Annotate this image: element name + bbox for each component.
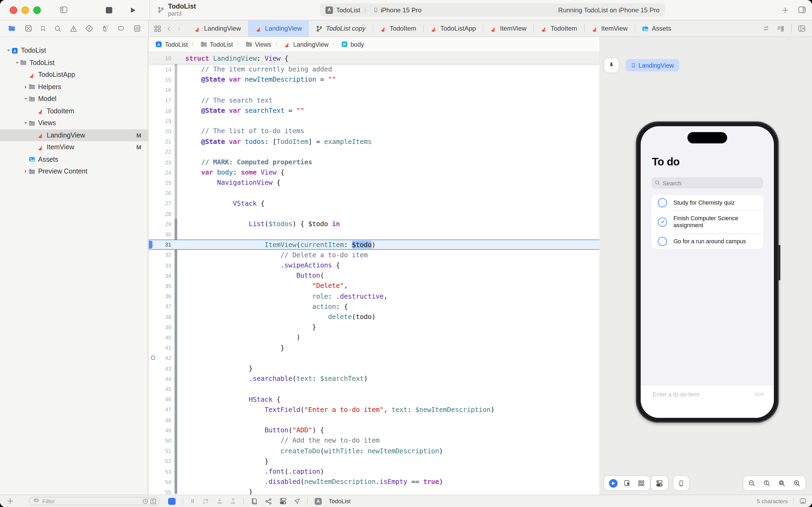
code-line-49[interactable]: 49 Button("ADD") { bbox=[149, 425, 599, 435]
code-line-38[interactable]: 38 delete(todo) bbox=[149, 312, 599, 322]
tab-landingview[interactable]: LandingView bbox=[187, 20, 248, 37]
sticky-declaration-line[interactable]: 10struct LandingView: View { bbox=[149, 52, 599, 64]
code-line-17[interactable]: 17 // The search text bbox=[149, 95, 599, 105]
simulate-location-icon[interactable] bbox=[294, 498, 300, 504]
variants-button[interactable] bbox=[637, 480, 645, 486]
sidebar-item-todolistapp[interactable]: TodoListApp bbox=[0, 69, 148, 81]
zoom-fit-icon[interactable] bbox=[778, 480, 786, 487]
step-into-icon[interactable] bbox=[217, 498, 223, 504]
sidebar-item-todolist[interactable]: A TodoList bbox=[0, 45, 148, 57]
code-line-45[interactable]: 45 bbox=[149, 384, 599, 394]
code-line-20[interactable]: 20 // The list of to-do items bbox=[149, 126, 599, 136]
zoom-out-icon[interactable] bbox=[748, 480, 756, 487]
code-line-16[interactable]: 16 bbox=[149, 84, 599, 95]
toggle-right-sidebar-icon[interactable] bbox=[798, 6, 807, 14]
code-line-23[interactable]: 23 // MARK: Computed properties bbox=[149, 157, 599, 167]
code-line-30[interactable]: 30 bbox=[149, 229, 599, 239]
code-line-36[interactable]: 36 role: .destructive, bbox=[149, 291, 599, 301]
code-line-40[interactable]: 40 ) bbox=[149, 332, 599, 342]
breadcrumb-todolist[interactable]: TodoList bbox=[200, 41, 233, 48]
code-line-19[interactable]: 19 bbox=[149, 115, 599, 126]
code-line-22[interactable]: 22 bbox=[149, 147, 599, 157]
sidebar-item-todolist[interactable]: TodoList bbox=[0, 57, 148, 69]
breadcrumb-landingview[interactable]: LandingView bbox=[284, 41, 329, 48]
environment-overrides-icon[interactable] bbox=[279, 497, 287, 505]
checked-circle-icon[interactable] bbox=[658, 217, 667, 226]
breakpoint-navigator-icon[interactable] bbox=[117, 25, 125, 32]
disclosure-closed-icon[interactable] bbox=[22, 85, 28, 89]
add-item-icon[interactable] bbox=[6, 497, 14, 505]
code-line-48[interactable]: 48 bbox=[149, 415, 599, 425]
todo-row[interactable]: Go for a run around campus bbox=[651, 234, 763, 249]
tab-assets[interactable]: Assets bbox=[635, 20, 678, 37]
filter-field[interactable]: Filter bbox=[29, 497, 160, 505]
sidebar-item-preview-content[interactable]: Preview Content bbox=[0, 165, 148, 177]
pause-icon[interactable] bbox=[190, 498, 195, 504]
code-line-35[interactable]: 35 "Delete", bbox=[149, 281, 599, 291]
running-app-label[interactable]: TodoList bbox=[329, 498, 351, 504]
tab-todolistapp[interactable]: TodoListApp bbox=[423, 20, 483, 37]
code-line-34[interactable]: 34 Button( bbox=[149, 270, 599, 280]
code-line-55[interactable]: 55 } bbox=[149, 487, 599, 495]
code-line-18[interactable]: 18 @State var searchText = "" bbox=[149, 105, 599, 115]
issue-navigator-icon[interactable] bbox=[69, 25, 77, 32]
editor-options-icon[interactable] bbox=[776, 25, 785, 32]
sidebar-item-helpers[interactable]: Helpers bbox=[0, 81, 148, 93]
disclosure-open-icon[interactable] bbox=[14, 61, 20, 65]
tab-todolist-copy[interactable]: TodoList copy bbox=[309, 20, 372, 37]
tab-todoitem[interactable]: TodoItem bbox=[372, 20, 423, 37]
tab-overview-icon[interactable] bbox=[154, 25, 161, 32]
todo-row[interactable]: Study for Chemisty quiz bbox=[651, 195, 763, 210]
disclosure-open-icon[interactable] bbox=[22, 121, 28, 125]
unchecked-circle-icon[interactable] bbox=[658, 237, 667, 246]
code-line-47[interactable]: 47 TextField("Enter a to-do item", text:… bbox=[149, 404, 599, 415]
related-items-icon[interactable] bbox=[762, 25, 770, 32]
add-editor-icon[interactable] bbox=[798, 25, 806, 32]
project-navigator-icon[interactable] bbox=[7, 25, 16, 32]
code-line-37[interactable]: 37 action: { bbox=[149, 301, 599, 312]
zoom-100-icon[interactable] bbox=[763, 480, 771, 487]
code-line-15[interactable]: 15 @State var newItemDescription = "" bbox=[149, 74, 599, 84]
code-line-14[interactable]: 14 // The item currently being added bbox=[149, 64, 599, 74]
minimize-window-button[interactable] bbox=[21, 6, 29, 14]
breakpoints-toggle-button[interactable] bbox=[168, 498, 176, 505]
add-tab-icon[interactable] bbox=[781, 6, 789, 14]
code-line-51[interactable]: 51 createToDo(withTitle: newItemDescript… bbox=[149, 446, 599, 456]
stop-button[interactable] bbox=[106, 7, 112, 13]
code-line-28[interactable]: 28 bbox=[149, 208, 599, 219]
sidebar-item-assets[interactable]: Assets bbox=[0, 153, 148, 165]
code-line-50[interactable]: 50 // Add the new to-do item bbox=[149, 435, 599, 446]
search-field[interactable]: Search bbox=[651, 177, 763, 188]
code-line-53[interactable]: 53 .font(.caption) bbox=[149, 466, 599, 476]
todo-entry-field[interactable]: Enter a to-do item bbox=[652, 391, 699, 397]
sidebar-item-model[interactable]: Model bbox=[0, 93, 148, 105]
tab-landingview[interactable]: LandingView bbox=[248, 20, 309, 37]
code-line-24[interactable]: 24 var body: some View { bbox=[149, 167, 599, 177]
breadcrumb-todolist[interactable]: A TodoList bbox=[155, 41, 188, 48]
tab-itemview[interactable]: ItemView bbox=[483, 20, 533, 37]
code-line-44[interactable]: 44 .searchable(text: $searchText) bbox=[149, 373, 599, 384]
code-line-46[interactable]: 46 HStack { bbox=[149, 394, 599, 404]
report-navigator-icon[interactable] bbox=[134, 25, 141, 32]
close-window-button[interactable] bbox=[10, 6, 17, 14]
run-button[interactable] bbox=[129, 6, 136, 14]
unchecked-circle-icon[interactable] bbox=[658, 198, 667, 207]
toggle-left-sidebar-icon[interactable] bbox=[59, 6, 68, 14]
breadcrumb-body[interactable]: P body bbox=[341, 41, 364, 48]
code-line-26[interactable]: 26 bbox=[149, 188, 599, 198]
preview-screen[interactable]: To do Search Study for Chemisty quiz Fin… bbox=[641, 126, 774, 418]
scheme-selector[interactable]: A TodoList 〉 iPhone 15 Pro Running TodoL… bbox=[320, 3, 665, 17]
code-line-43[interactable]: 43 } bbox=[149, 363, 599, 373]
project-status[interactable]: TodoList part3 bbox=[157, 3, 196, 17]
code-line-42[interactable]: 42 bbox=[149, 353, 599, 363]
code-line-32[interactable]: 32 // Delete a to-do item bbox=[149, 250, 599, 260]
find-navigator-icon[interactable] bbox=[54, 25, 61, 32]
disclosure-closed-icon[interactable] bbox=[22, 169, 28, 174]
sidebar-item-todoitem[interactable]: TodoItem bbox=[0, 105, 148, 117]
code-line-41[interactable]: 41 } bbox=[149, 342, 599, 353]
test-navigator-icon[interactable] bbox=[85, 25, 93, 32]
code-line-27[interactable]: 27 VStack { bbox=[149, 198, 599, 208]
sidebar-item-itemview[interactable]: ItemView M bbox=[0, 141, 148, 153]
pin-preview-button[interactable] bbox=[604, 58, 619, 72]
add-button[interactable]: ADD bbox=[755, 392, 764, 397]
